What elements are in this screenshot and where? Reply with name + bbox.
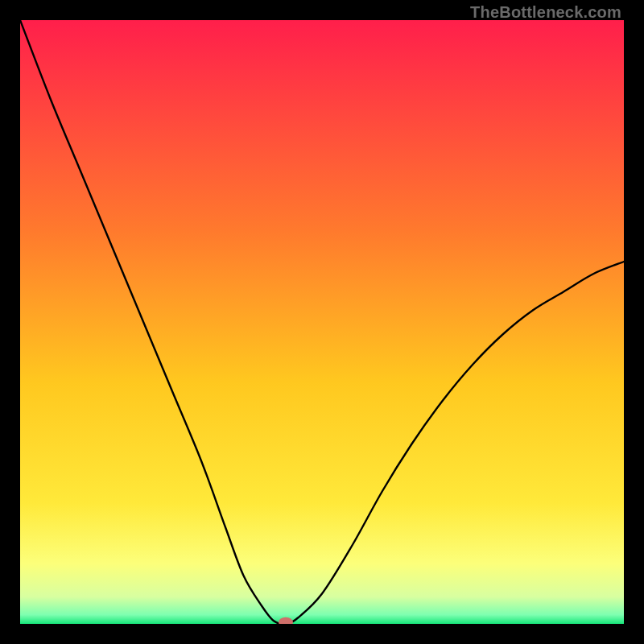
watermark-text: TheBottleneck.com xyxy=(470,3,621,22)
gradient-background xyxy=(20,20,624,624)
plot-area xyxy=(20,20,624,624)
chart-frame: TheBottleneck.com xyxy=(0,0,644,644)
bottleneck-chart xyxy=(20,20,624,624)
